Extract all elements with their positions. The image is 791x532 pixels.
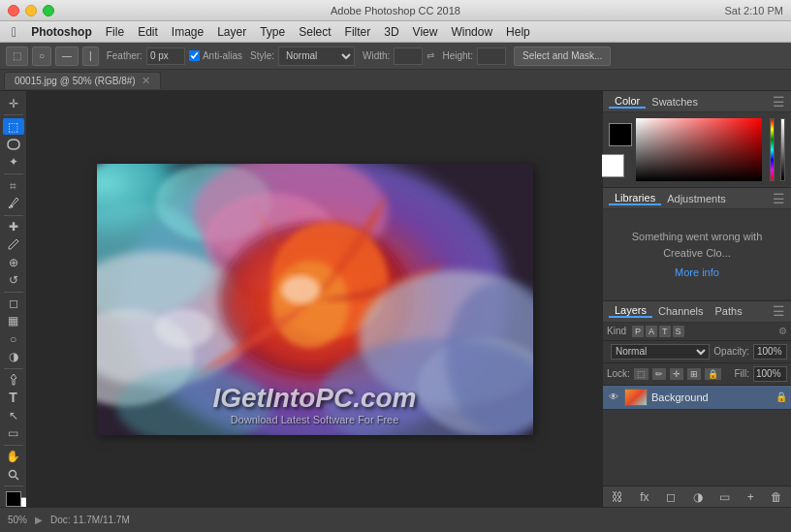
- style-select[interactable]: Normal Fixed Ratio Fixed Size: [278, 47, 355, 66]
- menu-photoshop[interactable]: Photoshop: [24, 21, 99, 42]
- libraries-tab[interactable]: Libraries: [609, 192, 661, 205]
- filter-adjust[interactable]: A: [646, 326, 657, 337]
- layers-tab[interactable]: Layers: [609, 304, 652, 318]
- hue-slider[interactable]: [770, 118, 775, 181]
- color-panel-menu[interactable]: ☰: [773, 94, 785, 110]
- close-button[interactable]: [8, 5, 19, 16]
- tool-move[interactable]: ✛: [3, 95, 24, 111]
- filter-shape[interactable]: S: [673, 326, 684, 337]
- swatches-tab[interactable]: Swatches: [646, 96, 704, 108]
- tool-shape[interactable]: ▭: [3, 424, 24, 441]
- tab-close-icon[interactable]: ✕: [142, 75, 150, 87]
- color-swatches: [609, 123, 632, 177]
- document-tab[interactable]: 00015.jpg @ 50% (RGB/8#) ✕: [4, 72, 161, 89]
- tool-eyedropper[interactable]: [3, 195, 24, 211]
- tool-separator-4: [4, 292, 23, 293]
- tool-path-select[interactable]: ↖: [3, 407, 24, 423]
- channels-tab[interactable]: Channels: [652, 305, 709, 317]
- menu-image[interactable]: Image: [165, 21, 210, 42]
- menu-file[interactable]: File: [99, 21, 131, 42]
- tool-dodge[interactable]: ◑: [3, 348, 24, 364]
- layers-header: Layers Channels Paths ☰: [603, 301, 791, 323]
- main-area: ✛ ⬚ ✦ ⌗ ✚ ⊕ ↺ ◻ ▦ ○ ◑ T ↖ ▭ ✋: [0, 91, 791, 507]
- antialias-check[interactable]: [189, 50, 200, 61]
- tool-healing[interactable]: ✚: [3, 218, 24, 235]
- tool-pen[interactable]: [3, 372, 24, 389]
- maximize-button[interactable]: [43, 5, 54, 16]
- menu-help[interactable]: Help: [499, 21, 537, 42]
- menu-window[interactable]: Window: [444, 21, 499, 42]
- libraries-link[interactable]: More info: [613, 265, 781, 281]
- filter-type[interactable]: T: [659, 326, 671, 337]
- status-bar: 50% ▶ Doc: 11.7M/11.7M: [0, 507, 791, 532]
- tool-clone[interactable]: ⊕: [3, 254, 24, 270]
- layer-item[interactable]: 👁 Background 🔒: [603, 386, 791, 410]
- select-mask-button[interactable]: Select and Mask...: [514, 47, 611, 66]
- tool-zoom[interactable]: [3, 466, 24, 483]
- width-input[interactable]: [394, 47, 423, 65]
- blend-mode-select[interactable]: Normal: [611, 344, 710, 360]
- selection-mode-row[interactable]: —: [55, 47, 79, 66]
- opacity-input[interactable]: [753, 344, 787, 360]
- lock-transparent[interactable]: ⬚: [634, 368, 649, 380]
- selection-mode-rect[interactable]: ⬚: [6, 47, 28, 66]
- menu-3d[interactable]: 3D: [377, 21, 405, 42]
- feather-input[interactable]: [146, 47, 185, 65]
- libraries-menu[interactable]: ☰: [773, 191, 785, 206]
- fg-bg-colors[interactable]: [6, 491, 21, 507]
- tool-brush[interactable]: [3, 236, 24, 253]
- add-mask-btn[interactable]: ◻: [662, 490, 680, 504]
- foreground-color-swatch[interactable]: [609, 123, 632, 146]
- lock-position[interactable]: ✛: [670, 368, 683, 380]
- filter-pixel[interactable]: P: [632, 326, 644, 337]
- tool-text[interactable]: T: [3, 390, 24, 406]
- menu-layer[interactable]: Layer: [210, 21, 253, 42]
- minimize-button[interactable]: [25, 5, 37, 16]
- tool-crop[interactable]: ⌗: [3, 177, 24, 194]
- tool-blur[interactable]: ○: [3, 330, 24, 347]
- color-tab[interactable]: Color: [609, 95, 646, 109]
- link-layers-btn[interactable]: ⛓: [608, 490, 627, 504]
- menu-edit[interactable]: Edit: [131, 21, 165, 42]
- layers-menu[interactable]: ☰: [773, 303, 785, 319]
- paths-tab[interactable]: Paths: [710, 305, 748, 317]
- canvas-area[interactable]: IGetIntoPC.com Download Latest Software …: [27, 91, 602, 507]
- tool-eraser[interactable]: ◻: [3, 295, 24, 311]
- lock-image[interactable]: ✏: [652, 368, 666, 380]
- tool-gradient[interactable]: ▦: [3, 313, 24, 329]
- alpha-slider[interactable]: [780, 118, 785, 181]
- height-input[interactable]: [477, 47, 506, 65]
- selection-mode-ellipse[interactable]: ○: [32, 47, 51, 66]
- lock-artboard[interactable]: ⊞: [687, 368, 701, 380]
- new-group-btn[interactable]: ▭: [715, 490, 734, 504]
- tool-history[interactable]: ↺: [3, 271, 24, 288]
- adjustments-tab[interactable]: Adjustments: [661, 193, 732, 204]
- tools-panel: ✛ ⬚ ✦ ⌗ ✚ ⊕ ↺ ◻ ▦ ○ ◑ T ↖ ▭ ✋: [0, 91, 27, 507]
- lock-all[interactable]: 🔒: [705, 368, 721, 380]
- tool-separator-2: [4, 173, 23, 174]
- menu-type[interactable]: Type: [253, 21, 292, 42]
- menu-view[interactable]: View: [406, 21, 445, 42]
- foreground-color[interactable]: [6, 491, 21, 507]
- saturation-box[interactable]: [636, 118, 762, 181]
- apple-logo[interactable]: : [4, 24, 24, 40]
- tool-hand[interactable]: ✋: [3, 449, 24, 465]
- tool-lasso[interactable]: [3, 136, 24, 152]
- menu-filter[interactable]: Filter: [338, 21, 378, 42]
- menu-select[interactable]: Select: [292, 21, 337, 42]
- tool-marquee[interactable]: ⬚: [3, 118, 24, 135]
- right-panel: Color Swatches ☰: [602, 91, 791, 507]
- add-style-btn[interactable]: fx: [636, 490, 652, 504]
- tool-quick-select[interactable]: ✦: [3, 154, 24, 171]
- background-color-swatch[interactable]: [601, 154, 624, 177]
- filter-toggle[interactable]: ⚙: [778, 326, 787, 336]
- new-layer-btn[interactable]: +: [744, 490, 758, 504]
- selection-mode-column[interactable]: |: [82, 47, 99, 66]
- layer-visibility[interactable]: 👁: [607, 391, 620, 404]
- fill-input[interactable]: [753, 366, 787, 382]
- antialias-checkbox[interactable]: Anti-alias: [189, 50, 242, 61]
- color-picker-box[interactable]: [636, 118, 762, 181]
- document-tabs: 00015.jpg @ 50% (RGB/8#) ✕: [0, 70, 791, 91]
- delete-layer-btn[interactable]: 🗑: [767, 490, 786, 504]
- new-adjustment-btn[interactable]: ◑: [689, 490, 707, 504]
